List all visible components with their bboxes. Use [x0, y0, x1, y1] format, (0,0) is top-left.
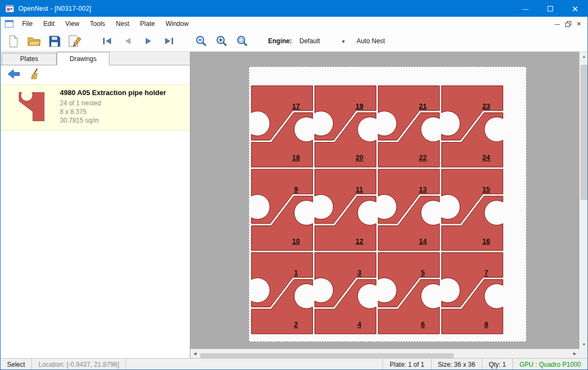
child-minimize-button[interactable]: —: [552, 18, 563, 30]
tab-drawings[interactable]: Drawings: [57, 52, 110, 65]
scroll-up-icon[interactable]: ▲: [579, 52, 588, 61]
scroll-right-icon[interactable]: ▶: [570, 349, 579, 358]
nest-pair[interactable]: 1314: [378, 169, 440, 250]
status-size: Size: 36 x 36: [431, 359, 482, 370]
part-number: 8: [484, 320, 488, 328]
part-number: 16: [482, 237, 490, 245]
scrollbar-corner: [579, 349, 588, 358]
go-previous-icon: [121, 37, 134, 45]
zoom-in-icon: [216, 35, 228, 47]
drawing-title: 4980 A05 Extraction pipe holder: [60, 89, 166, 97]
part-number: 19: [355, 102, 363, 110]
part-number: 23: [482, 102, 490, 110]
maximize-icon: [548, 6, 553, 11]
window-title: OpenNest - [N0317-002]: [18, 5, 91, 12]
engine-value: Default: [299, 37, 320, 45]
drawing-nested-count: 24 of 1 nested: [60, 99, 166, 107]
first-plate-button[interactable]: [99, 32, 116, 50]
nest-pair[interactable]: 78: [442, 253, 503, 334]
zoom-out-icon: [195, 35, 207, 47]
close-icon: ×: [577, 19, 581, 28]
auto-nest-button[interactable]: Auto Nest: [357, 37, 385, 45]
nest-pair[interactable]: 12: [251, 253, 313, 334]
part-number: 1: [294, 268, 298, 277]
tab-plates-label: Plates: [20, 55, 38, 63]
menu-view[interactable]: View: [60, 17, 85, 31]
close-icon: ✕: [572, 5, 579, 13]
maximize-button[interactable]: [538, 1, 563, 17]
zoom-in-button[interactable]: [213, 32, 230, 50]
child-close-button[interactable]: ×: [573, 18, 584, 30]
status-bar: Select Location: [-0.9437, 21.8796] Plat…: [1, 358, 587, 370]
close-button[interactable]: ✕: [563, 1, 587, 17]
nest-pair[interactable]: 1920: [315, 86, 377, 167]
nest-canvas[interactable]: 171819202122232491011121314151612345678: [190, 52, 579, 349]
tab-plates[interactable]: Plates: [2, 53, 57, 65]
engine-label: Engine:: [268, 37, 292, 45]
zoom-fit-button[interactable]: [234, 32, 251, 50]
vertical-scrollbar[interactable]: ▲ ▼: [579, 52, 588, 349]
clean-button[interactable]: [26, 66, 45, 82]
next-plate-button[interactable]: [140, 32, 157, 50]
new-button[interactable]: [5, 32, 22, 50]
arrow-left-icon: [8, 69, 20, 79]
save-edit-button[interactable]: [66, 32, 84, 50]
status-plate: Plate: 1 of 1: [382, 359, 430, 370]
drawing-list-item[interactable]: 4980 A05 Extraction pipe holder 24 of 1 …: [1, 84, 190, 131]
part-number: 18: [292, 153, 299, 162]
menu-edit[interactable]: Edit: [38, 17, 60, 31]
part-number: 7: [484, 268, 488, 277]
horizontal-scrollbar[interactable]: ◀ ▶: [190, 349, 579, 358]
open-button[interactable]: [25, 32, 43, 50]
part-number: 11: [355, 185, 363, 193]
zoom-out-button[interactable]: [193, 32, 210, 50]
broom-icon: [30, 68, 42, 80]
part-number: 14: [419, 237, 427, 245]
menu-plate[interactable]: Plate: [135, 17, 160, 31]
app-window: OpenNest - [N0317-002] — ✕ FileEditViewT…: [0, 0, 588, 370]
part-number: 20: [355, 153, 363, 162]
sidebar: Plates Drawings: [1, 52, 190, 358]
last-plate-button[interactable]: [160, 32, 177, 50]
status-gpu: GPU : Quadro P1000: [512, 359, 587, 370]
menu-window[interactable]: Window: [160, 17, 194, 31]
part-number: 5: [421, 268, 425, 277]
send-back-button[interactable]: [5, 66, 23, 82]
nest-pair[interactable]: 2122: [378, 86, 440, 167]
part-number: 21: [419, 102, 427, 110]
status-location: Location: [-0.9437, 21.8796]: [32, 359, 126, 370]
nest-pair[interactable]: 56: [378, 253, 440, 334]
part-number: 17: [292, 102, 299, 110]
scroll-left-icon[interactable]: ◀: [190, 349, 200, 358]
go-first-icon: [101, 37, 114, 45]
nest-pair[interactable]: 34: [315, 253, 377, 334]
scroll-down-icon[interactable]: ▼: [579, 340, 588, 349]
open-folder-icon: [28, 36, 41, 46]
child-restore-button[interactable]: [563, 18, 573, 30]
nest-pair[interactable]: 2324: [442, 86, 503, 167]
vertical-scroll-thumb[interactable]: [580, 65, 587, 200]
status-qty: Qty: 1: [482, 359, 512, 370]
menu-file[interactable]: File: [17, 17, 38, 31]
plate[interactable]: 171819202122232491011121314151612345678: [249, 66, 527, 342]
previous-plate-button[interactable]: [119, 32, 136, 50]
drawing-dimensions: 8 x 8.375: [60, 107, 166, 116]
menu-nest[interactable]: Nest: [111, 17, 135, 31]
drawing-thumbnail: [6, 92, 45, 122]
minimize-icon: —: [555, 21, 560, 27]
engine-select[interactable]: Default ▾: [296, 35, 348, 48]
document-window-icon: [5, 20, 13, 28]
menu-bar: FileEditViewToolsNestPlateWindow — ×: [1, 17, 587, 31]
menu-tools[interactable]: Tools: [85, 17, 111, 31]
nest-pair[interactable]: 1516: [442, 169, 503, 250]
nest-pair[interactable]: 910: [251, 169, 313, 250]
nest-pair[interactable]: 1112: [315, 169, 377, 250]
nest-pair[interactable]: 1718: [251, 86, 313, 167]
minimize-button[interactable]: —: [513, 1, 538, 17]
save-button[interactable]: [46, 32, 63, 50]
status-mode: Select: [1, 359, 32, 370]
part-number: 2: [294, 320, 298, 328]
go-last-icon: [162, 37, 175, 45]
part-number: 3: [358, 268, 361, 277]
part-number: 13: [419, 185, 427, 193]
